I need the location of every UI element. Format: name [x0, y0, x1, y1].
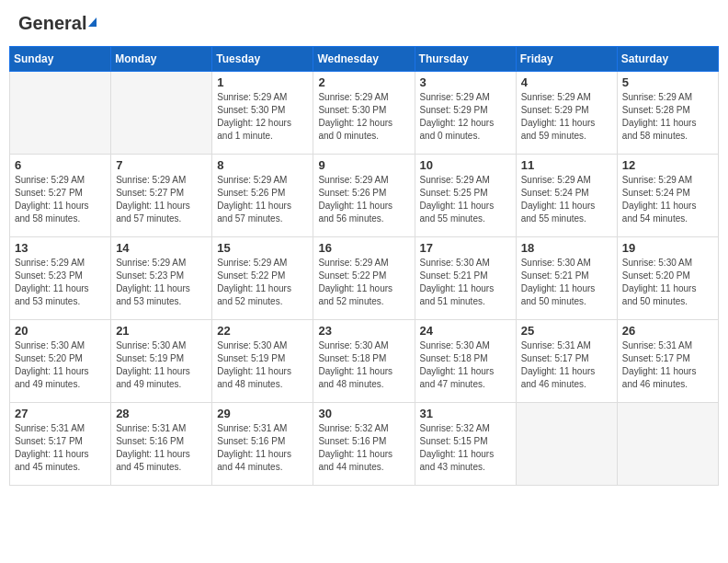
day-info: Sunrise: 5:30 AM Sunset: 5:20 PM Dayligh…	[622, 257, 713, 308]
calendar-cell: 4Sunrise: 5:29 AM Sunset: 5:29 PM Daylig…	[516, 72, 617, 155]
day-info: Sunrise: 5:30 AM Sunset: 5:19 PM Dayligh…	[116, 339, 207, 391]
day-number: 1	[217, 75, 308, 89]
day-number: 9	[318, 158, 409, 172]
day-info: Sunrise: 5:31 AM Sunset: 5:17 PM Dayligh…	[521, 339, 612, 391]
calendar-cell: 9Sunrise: 5:29 AM Sunset: 5:26 PM Daylig…	[313, 155, 415, 237]
day-number: 18	[521, 241, 612, 255]
weekday-header-monday: Monday	[111, 47, 212, 72]
day-number: 7	[116, 158, 207, 172]
calendar-cell: 13Sunrise: 5:29 AM Sunset: 5:23 PM Dayli…	[10, 237, 111, 320]
day-info: Sunrise: 5:31 AM Sunset: 5:17 PM Dayligh…	[15, 422, 106, 474]
day-number: 4	[521, 75, 612, 89]
day-number: 10	[420, 158, 511, 172]
logo-general-text: General	[18, 14, 86, 32]
calendar-cell: 18Sunrise: 5:30 AM Sunset: 5:21 PM Dayli…	[516, 237, 617, 320]
day-info: Sunrise: 5:30 AM Sunset: 5:21 PM Dayligh…	[521, 257, 612, 308]
weekday-header-sunday: Sunday	[10, 47, 111, 72]
day-number: 23	[318, 324, 409, 338]
calendar-cell: 7Sunrise: 5:29 AM Sunset: 5:27 PM Daylig…	[111, 155, 212, 237]
weekday-header-saturday: Saturday	[617, 47, 718, 72]
day-number: 27	[15, 407, 106, 420]
day-info: Sunrise: 5:30 AM Sunset: 5:20 PM Dayligh…	[15, 339, 106, 391]
day-number: 12	[622, 158, 713, 172]
day-info: Sunrise: 5:29 AM Sunset: 5:29 PM Dayligh…	[521, 91, 612, 143]
day-number: 8	[217, 158, 308, 172]
day-number: 17	[420, 241, 511, 255]
day-info: Sunrise: 5:29 AM Sunset: 5:23 PM Dayligh…	[15, 257, 106, 308]
calendar-cell: 29Sunrise: 5:31 AM Sunset: 5:16 PM Dayli…	[212, 403, 313, 486]
calendar-cell: 14Sunrise: 5:29 AM Sunset: 5:23 PM Dayli…	[111, 237, 212, 320]
day-number: 24	[420, 324, 511, 338]
day-info: Sunrise: 5:29 AM Sunset: 5:30 PM Dayligh…	[217, 91, 308, 143]
day-number: 30	[318, 407, 409, 420]
week-row-5: 27Sunrise: 5:31 AM Sunset: 5:17 PM Dayli…	[10, 403, 719, 486]
day-info: Sunrise: 5:29 AM Sunset: 5:22 PM Dayligh…	[318, 257, 409, 308]
day-number: 14	[116, 241, 207, 255]
day-number: 11	[521, 158, 612, 172]
day-info: Sunrise: 5:32 AM Sunset: 5:16 PM Dayligh…	[318, 422, 409, 474]
calendar-table: SundayMondayTuesdayWednesdayThursdayFrid…	[9, 46, 719, 486]
day-info: Sunrise: 5:29 AM Sunset: 5:24 PM Dayligh…	[521, 174, 612, 225]
calendar-cell: 23Sunrise: 5:30 AM Sunset: 5:18 PM Dayli…	[313, 320, 415, 403]
day-info: Sunrise: 5:29 AM Sunset: 5:24 PM Dayligh…	[622, 174, 713, 225]
day-number: 3	[420, 75, 511, 89]
week-row-1: 1Sunrise: 5:29 AM Sunset: 5:30 PM Daylig…	[10, 72, 719, 155]
day-info: Sunrise: 5:29 AM Sunset: 5:30 PM Dayligh…	[318, 91, 409, 143]
day-info: Sunrise: 5:29 AM Sunset: 5:29 PM Dayligh…	[420, 91, 511, 143]
calendar-cell: 2Sunrise: 5:29 AM Sunset: 5:30 PM Daylig…	[313, 72, 415, 155]
day-number: 31	[420, 407, 511, 420]
day-number: 5	[622, 75, 713, 89]
day-info: Sunrise: 5:29 AM Sunset: 5:27 PM Dayligh…	[116, 174, 207, 225]
calendar-cell	[111, 72, 212, 155]
calendar-cell: 20Sunrise: 5:30 AM Sunset: 5:20 PM Dayli…	[10, 320, 111, 403]
calendar-cell	[516, 403, 617, 486]
calendar-cell: 5Sunrise: 5:29 AM Sunset: 5:28 PM Daylig…	[617, 72, 718, 155]
calendar-cell: 11Sunrise: 5:29 AM Sunset: 5:24 PM Dayli…	[516, 155, 617, 237]
logo-triangle-icon	[88, 17, 97, 27]
day-info: Sunrise: 5:30 AM Sunset: 5:19 PM Dayligh…	[217, 339, 308, 391]
day-number: 16	[318, 241, 409, 255]
calendar-cell: 27Sunrise: 5:31 AM Sunset: 5:17 PM Dayli…	[10, 403, 111, 486]
calendar-cell: 6Sunrise: 5:29 AM Sunset: 5:27 PM Daylig…	[10, 155, 111, 237]
week-row-3: 13Sunrise: 5:29 AM Sunset: 5:23 PM Dayli…	[10, 237, 719, 320]
calendar-cell: 16Sunrise: 5:29 AM Sunset: 5:22 PM Dayli…	[313, 237, 415, 320]
weekday-header-wednesday: Wednesday	[313, 47, 415, 72]
day-number: 13	[15, 241, 106, 255]
day-number: 22	[217, 324, 308, 338]
calendar-cell	[10, 72, 111, 155]
calendar-cell: 26Sunrise: 5:31 AM Sunset: 5:17 PM Dayli…	[617, 320, 718, 403]
calendar-cell: 12Sunrise: 5:29 AM Sunset: 5:24 PM Dayli…	[617, 155, 718, 237]
calendar-cell: 30Sunrise: 5:32 AM Sunset: 5:16 PM Dayli…	[313, 403, 415, 486]
calendar-cell	[617, 403, 718, 486]
day-number: 29	[217, 407, 308, 420]
day-number: 26	[622, 324, 713, 338]
day-info: Sunrise: 5:29 AM Sunset: 5:25 PM Dayligh…	[420, 174, 511, 225]
weekday-header-row: SundayMondayTuesdayWednesdayThursdayFrid…	[10, 47, 719, 72]
day-info: Sunrise: 5:29 AM Sunset: 5:27 PM Dayligh…	[15, 174, 106, 225]
calendar-cell: 21Sunrise: 5:30 AM Sunset: 5:19 PM Dayli…	[111, 320, 212, 403]
day-info: Sunrise: 5:29 AM Sunset: 5:26 PM Dayligh…	[318, 174, 409, 225]
calendar-cell: 25Sunrise: 5:31 AM Sunset: 5:17 PM Dayli…	[516, 320, 617, 403]
calendar-cell: 19Sunrise: 5:30 AM Sunset: 5:20 PM Dayli…	[617, 237, 718, 320]
weekday-header-thursday: Thursday	[415, 47, 516, 72]
calendar-cell: 8Sunrise: 5:29 AM Sunset: 5:26 PM Daylig…	[212, 155, 313, 237]
day-number: 25	[521, 324, 612, 338]
day-info: Sunrise: 5:31 AM Sunset: 5:16 PM Dayligh…	[116, 422, 207, 474]
day-number: 2	[318, 75, 409, 89]
day-info: Sunrise: 5:32 AM Sunset: 5:15 PM Dayligh…	[420, 422, 511, 474]
weekday-header-tuesday: Tuesday	[212, 47, 313, 72]
weekday-header-friday: Friday	[516, 47, 617, 72]
day-info: Sunrise: 5:30 AM Sunset: 5:18 PM Dayligh…	[420, 339, 511, 391]
day-info: Sunrise: 5:31 AM Sunset: 5:17 PM Dayligh…	[622, 339, 713, 391]
day-number: 20	[15, 324, 106, 338]
calendar-cell: 28Sunrise: 5:31 AM Sunset: 5:16 PM Dayli…	[111, 403, 212, 486]
calendar-cell: 22Sunrise: 5:30 AM Sunset: 5:19 PM Dayli…	[212, 320, 313, 403]
day-number: 28	[116, 407, 207, 420]
day-number: 6	[15, 158, 106, 172]
calendar-cell: 17Sunrise: 5:30 AM Sunset: 5:21 PM Dayli…	[415, 237, 516, 320]
page-header: General	[9, 9, 719, 37]
calendar-cell: 1Sunrise: 5:29 AM Sunset: 5:30 PM Daylig…	[212, 72, 313, 155]
day-info: Sunrise: 5:30 AM Sunset: 5:21 PM Dayligh…	[420, 257, 511, 308]
week-row-2: 6Sunrise: 5:29 AM Sunset: 5:27 PM Daylig…	[10, 155, 719, 237]
day-number: 21	[116, 324, 207, 338]
